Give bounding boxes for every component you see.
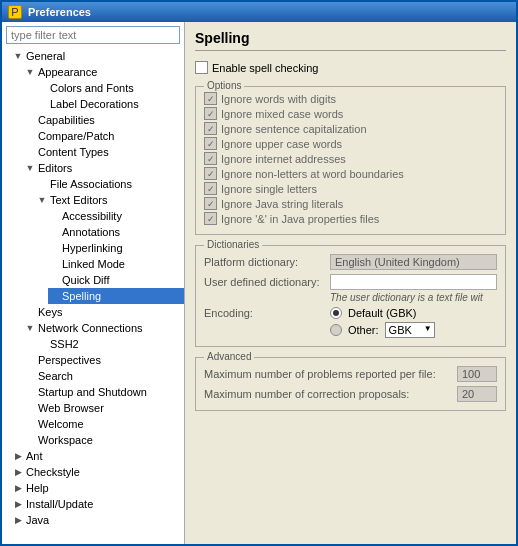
tree-item-label: Capabilities — [36, 113, 97, 127]
tree-item-label: Spelling — [60, 289, 103, 303]
tree-item-label: Network Connections — [36, 321, 145, 335]
tree-item-label: SSH2 — [48, 337, 81, 351]
collapse-icon: ▼ — [24, 322, 36, 334]
tree-item-appearance[interactable]: ▼Appearance — [24, 64, 184, 80]
tree-item-compare-patch[interactable]: Compare/Patch — [24, 128, 184, 144]
options-list: Ignore words with digits Ignore mixed ca… — [204, 91, 497, 226]
tree-item-install-update[interactable]: ▶Install/Update — [12, 496, 184, 512]
encoding-label: Encoding: — [204, 307, 324, 319]
tree-item-label: Workspace — [36, 433, 95, 447]
tree-item-hyperlinking[interactable]: Hyperlinking — [48, 240, 184, 256]
enable-spell-label: Enable spell checking — [212, 62, 318, 74]
tree-item-capabilities[interactable]: Capabilities — [24, 112, 184, 128]
option-checkbox[interactable] — [204, 197, 217, 210]
option-label: Ignore Java string literals — [221, 198, 343, 210]
enable-spell-checkbox[interactable] — [195, 61, 208, 74]
window-icon: P — [8, 5, 22, 19]
option-checkbox[interactable] — [204, 167, 217, 180]
tree-item-label: Quick Diff — [60, 273, 111, 287]
tree-item-accessibility[interactable]: Accessibility — [48, 208, 184, 224]
tree-item-colors-fonts[interactable]: Colors and Fonts — [36, 80, 184, 96]
leaf-icon — [36, 178, 48, 190]
option-row: Ignore upper case words — [204, 136, 497, 151]
tree-item-ant[interactable]: ▶Ant — [12, 448, 184, 464]
tree-item-workspace[interactable]: Workspace — [24, 432, 184, 448]
tree-item-spelling[interactable]: Spelling — [48, 288, 184, 304]
tree-item-network-connections[interactable]: ▼Network Connections — [24, 320, 184, 336]
encoding-default-radio[interactable] — [330, 307, 342, 319]
leaf-icon — [36, 82, 48, 94]
tree-item-label: Keys — [36, 305, 64, 319]
leaf-icon — [48, 242, 60, 254]
option-row: Ignore '&' in Java properties files — [204, 211, 497, 226]
option-label: Ignore upper case words — [221, 138, 342, 150]
tree-item-label: Perspectives — [36, 353, 103, 367]
option-checkbox[interactable] — [204, 152, 217, 165]
expand-icon: ▶ — [12, 482, 24, 494]
window-title: Preferences — [28, 6, 510, 18]
tree-item-keys[interactable]: Keys — [24, 304, 184, 320]
tree-item-web-browser[interactable]: Web Browser — [24, 400, 184, 416]
option-label: Ignore words with digits — [221, 93, 336, 105]
tree-item-quick-diff[interactable]: Quick Diff — [48, 272, 184, 288]
option-checkbox[interactable] — [204, 137, 217, 150]
encoding-default-label: Default (GBK) — [348, 307, 416, 319]
max-corrections-input[interactable] — [457, 386, 497, 402]
tree-item-text-editors[interactable]: ▼Text Editors — [36, 192, 184, 208]
tree-item-label: Welcome — [36, 417, 86, 431]
leaf-icon — [24, 354, 36, 366]
tree-item-label: Label Decorations — [48, 97, 141, 111]
tree-item-java[interactable]: ▶Java — [12, 512, 184, 528]
enable-row: Enable spell checking — [195, 61, 506, 74]
tree-item-label: Annotations — [60, 225, 122, 239]
tree-item-linked-mode[interactable]: Linked Mode — [48, 256, 184, 272]
tree-item-label: Accessibility — [60, 209, 124, 223]
tree-item-perspectives[interactable]: Perspectives — [24, 352, 184, 368]
tree-item-file-associations[interactable]: File Associations — [36, 176, 184, 192]
encoding-other-radio[interactable] — [330, 324, 342, 336]
user-dict-input[interactable] — [330, 274, 497, 290]
tree-item-search[interactable]: Search — [24, 368, 184, 384]
advanced-group-label: Advanced — [204, 351, 254, 362]
tree-item-startup-shutdown[interactable]: Startup and Shutdown — [24, 384, 184, 400]
preferences-window: P Preferences ▼General▼Appearance Colors… — [0, 0, 518, 546]
leaf-icon — [24, 402, 36, 414]
leaf-icon — [24, 370, 36, 382]
encoding-select[interactable]: GBK ▼ — [385, 322, 435, 338]
user-dict-row: User defined dictionary: — [204, 274, 497, 290]
leaf-icon — [36, 98, 48, 110]
encoding-other-row: Other: GBK ▼ — [204, 322, 497, 338]
tree-item-editors[interactable]: ▼Editors — [24, 160, 184, 176]
tree-item-ssh2[interactable]: SSH2 — [36, 336, 184, 352]
tree-item-label-decorations[interactable]: Label Decorations — [36, 96, 184, 112]
tree-item-label: Text Editors — [48, 193, 109, 207]
tree: ▼General▼Appearance Colors and Fonts Lab… — [2, 48, 184, 544]
option-checkbox[interactable] — [204, 122, 217, 135]
max-problems-input[interactable] — [457, 366, 497, 382]
tree-item-help[interactable]: ▶Help — [12, 480, 184, 496]
tree-item-label: Checkstyle — [24, 465, 82, 479]
option-row: Ignore single letters — [204, 181, 497, 196]
option-checkbox[interactable] — [204, 212, 217, 225]
tree-item-label: Web Browser — [36, 401, 106, 415]
tree-item-checkstyle[interactable]: ▶Checkstyle — [12, 464, 184, 480]
option-checkbox[interactable] — [204, 182, 217, 195]
encoding-other-label: Other: — [348, 324, 379, 336]
tree-item-label: Appearance — [36, 65, 99, 79]
tree-item-welcome[interactable]: Welcome — [24, 416, 184, 432]
filter-input[interactable] — [6, 26, 180, 44]
tree-item-general[interactable]: ▼General — [12, 48, 184, 64]
leaf-icon — [48, 274, 60, 286]
encoding-default-row: Encoding: Default (GBK) — [204, 307, 497, 319]
tree-item-annotations[interactable]: Annotations — [48, 224, 184, 240]
main-content: ▼General▼Appearance Colors and Fonts Lab… — [2, 22, 516, 544]
tree-item-label: Install/Update — [24, 497, 95, 511]
option-checkbox[interactable] — [204, 107, 217, 120]
tree-item-content-types[interactable]: Content Types — [24, 144, 184, 160]
leaf-icon — [24, 130, 36, 142]
tree-item-label: Java — [24, 513, 51, 527]
option-checkbox[interactable] — [204, 92, 217, 105]
advanced-group: Advanced Maximum number of problems repo… — [195, 357, 506, 411]
right-panel: Spelling Enable spell checking Options I… — [185, 22, 516, 544]
dictionaries-group-label: Dictionaries — [204, 239, 262, 250]
